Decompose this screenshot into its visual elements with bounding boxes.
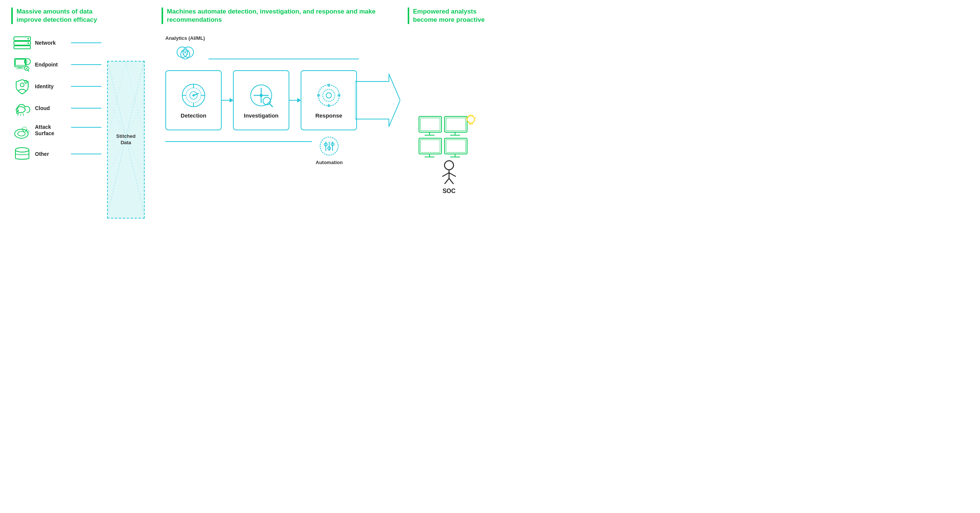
right-section: Empowered analysts become more proactive — [408, 8, 490, 249]
identity-line — [71, 86, 102, 87]
response-icon — [316, 82, 342, 108]
investigation-icon — [248, 82, 274, 108]
svg-rect-68 — [337, 94, 340, 97]
svg-rect-78 — [419, 116, 442, 132]
other-label: Other — [35, 151, 65, 157]
svg-line-42 — [183, 52, 185, 54]
investigation-to-response-arrow — [290, 100, 301, 101]
svg-line-102 — [475, 118, 476, 118]
identity-label: Identity — [35, 83, 65, 89]
left-header: Massive amounts of data improve detectio… — [11, 8, 102, 24]
stitched-data-label: Stitched Data — [116, 133, 135, 146]
svg-line-43 — [185, 52, 187, 54]
svg-line-24 — [23, 130, 24, 131]
svg-line-105 — [442, 173, 449, 176]
detection-box: Detection — [165, 70, 222, 130]
center-header: Machines automate detection, investigati… — [162, 8, 400, 24]
svg-line-101 — [466, 118, 467, 118]
svg-rect-90 — [444, 138, 467, 154]
detection-to-investigation-arrow — [222, 100, 233, 101]
svg-rect-6 — [15, 59, 25, 65]
analytics-label: Analytics (AI/ML) — [165, 35, 205, 41]
list-item: Identity — [13, 79, 102, 94]
svg-rect-7 — [18, 67, 22, 68]
stitched-data-box: Stitched Data — [107, 61, 145, 219]
svg-point-3 — [27, 38, 29, 40]
detection-icon — [180, 82, 207, 108]
svg-point-103 — [444, 161, 453, 170]
brain-icon — [174, 44, 197, 65]
svg-rect-67 — [317, 94, 320, 97]
svg-point-63 — [323, 89, 335, 102]
svg-point-94 — [467, 116, 475, 123]
soc-illustration — [415, 113, 483, 184]
list-item: Network — [13, 35, 102, 50]
svg-marker-69 — [355, 74, 400, 127]
svg-point-55 — [260, 94, 262, 97]
cloud-line — [71, 108, 102, 108]
svg-rect-91 — [446, 140, 466, 152]
list-item: ! Endpoint — [13, 57, 102, 72]
right-header: Empowered analysts become more proactive — [408, 8, 490, 24]
svg-rect-86 — [419, 138, 442, 154]
svg-rect-79 — [420, 118, 440, 131]
svg-point-20 — [15, 129, 28, 138]
svg-text:!: ! — [26, 60, 27, 64]
svg-point-64 — [326, 93, 331, 98]
endpoint-label: Endpoint — [35, 62, 65, 68]
network-icon — [13, 35, 31, 50]
soc-arrow — [355, 67, 400, 134]
svg-point-25 — [15, 148, 29, 152]
other-icon — [13, 146, 31, 162]
svg-point-34 — [181, 50, 190, 59]
other-line — [71, 154, 102, 154]
center-section: Machines automate detection, investigati… — [146, 8, 408, 249]
list-item: Cloud — [13, 101, 102, 116]
attack-surface-line — [71, 127, 102, 128]
svg-rect-82 — [444, 116, 467, 132]
analytics-line — [208, 53, 359, 65]
cloud-label: Cloud — [35, 105, 65, 111]
attack-surface-icon — [13, 125, 31, 140]
automation-icon — [319, 136, 340, 157]
list-item: Attack Surface — [13, 122, 102, 140]
svg-point-53 — [192, 94, 195, 97]
svg-point-21 — [18, 132, 25, 136]
attack-surface-label: Attack Surface — [35, 124, 65, 137]
endpoint-line — [71, 64, 102, 65]
response-box: Response — [301, 70, 357, 130]
svg-line-12 — [25, 67, 28, 70]
soc-label: SOC — [443, 188, 456, 195]
stitched-data-column: Stitched Data — [105, 30, 146, 249]
network-line — [71, 43, 102, 43]
svg-rect-65 — [328, 84, 330, 87]
svg-rect-8 — [16, 68, 24, 69]
automation-line — [165, 136, 312, 147]
svg-rect-2 — [14, 46, 30, 49]
response-label: Response — [315, 112, 342, 119]
investigation-label: Investigation — [244, 112, 279, 119]
cloud-icon — [13, 101, 31, 116]
endpoint-icon: ! — [13, 57, 31, 72]
list-item: Other — [13, 146, 102, 162]
svg-rect-87 — [420, 140, 440, 152]
automation-label: Automation — [316, 160, 343, 165]
svg-line-107 — [444, 178, 449, 184]
detection-label: Detection — [181, 112, 206, 119]
svg-line-61 — [269, 104, 272, 106]
svg-rect-83 — [446, 118, 466, 131]
network-label: Network — [35, 40, 65, 46]
svg-point-14 — [20, 83, 24, 87]
page: Massive amounts of data improve detectio… — [0, 0, 490, 256]
soc-area: SOC — [408, 58, 490, 249]
left-section: Massive amounts of data improve detectio… — [11, 8, 102, 249]
svg-line-106 — [449, 173, 456, 176]
data-sources-list: Network ! — [11, 35, 102, 162]
svg-line-108 — [449, 178, 453, 184]
svg-point-4 — [27, 43, 29, 44]
svg-point-62 — [318, 85, 339, 106]
investigation-box: Investigation — [233, 70, 290, 130]
svg-line-19 — [23, 113, 24, 116]
svg-rect-66 — [328, 104, 330, 107]
identity-icon — [13, 79, 31, 94]
